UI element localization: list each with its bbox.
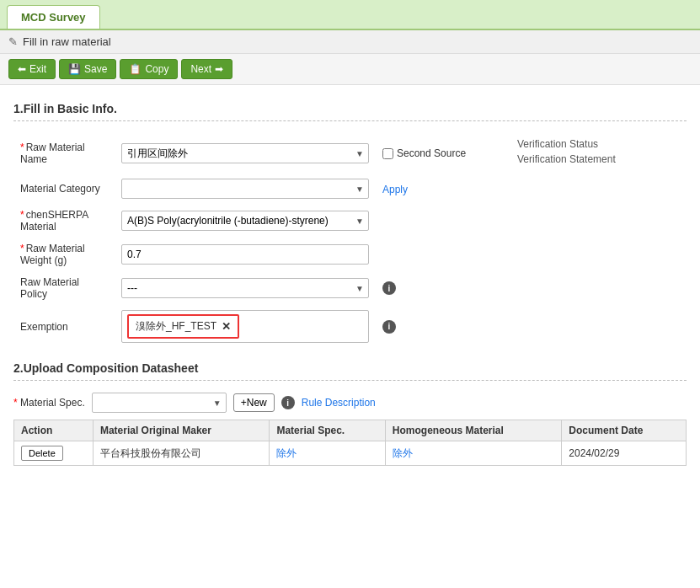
tab-bar: MCD Survey (0, 0, 700, 30)
exemption-tag: 溴除外_HF_TEST ✕ (127, 314, 239, 339)
second-source-row: Second Source (382, 147, 504, 159)
policy-info-cell: i (376, 271, 510, 305)
upload-section: 2.Upload Composition Datasheet * Materia… (13, 361, 687, 466)
breadcrumb-text: Fill in raw material (23, 35, 111, 48)
exemption-info-icon[interactable]: i (382, 320, 396, 334)
save-icon: 💾 (68, 63, 81, 75)
raw-material-name-cell: 引用区间除外 ▼ (115, 133, 376, 174)
composition-table: ActionMaterial Original MakerMaterial Sp… (13, 420, 687, 466)
second-source-checkbox[interactable] (382, 148, 393, 159)
main-content: 1.Fill in Basic Info. Raw Material Name … (0, 85, 700, 474)
section1-title: 1.Fill in Basic Info. (13, 102, 687, 121)
raw-material-policy-select[interactable]: --- (121, 278, 369, 298)
table-body: Delete平台科技股份有限公司除外除外2024/02/29 (14, 441, 687, 466)
rule-info-icon[interactable]: i (281, 396, 295, 409)
exemption-remove-button[interactable]: ✕ (222, 320, 231, 333)
material-spec-select-wrapper: ▼ (92, 393, 227, 413)
edit-icon: ✎ (8, 35, 18, 48)
raw-material-policy-select-wrapper: --- ▼ (121, 278, 369, 298)
chensherpa-row: chenSHERPA Material A(B)S Poly(acrylonit… (13, 204, 687, 238)
delete-button[interactable]: Delete (21, 446, 63, 461)
section2-title: 2.Upload Composition Datasheet (13, 361, 687, 381)
copy-button[interactable]: 📋 Copy (120, 59, 178, 79)
chensherpa-select-wrapper: A(B)S Poly(acrylonitrile (-butadiene)-st… (121, 211, 369, 231)
verification-cell: Verification Status Verification Stateme… (510, 133, 687, 174)
chensherpa-label: chenSHERPA Material (13, 204, 115, 238)
table-cell-0-0[interactable]: Delete (14, 441, 94, 466)
raw-material-name-label: Raw Material Name (13, 133, 115, 174)
raw-material-weight-input[interactable] (121, 244, 369, 265)
table-row: Delete平台科技股份有限公司除外除外2024/02/29 (14, 441, 687, 466)
exemption-container[interactable]: 溴除外_HF_TEST ✕ (121, 310, 369, 343)
raw-material-policy-cell: --- ▼ (115, 271, 376, 305)
table-cell-0-3: 除外 (385, 441, 562, 466)
material-category-row: Material Category ▼ Apply (13, 174, 687, 204)
material-spec-row: * Material Spec. ▼ +New i Rule Descripti… (13, 393, 687, 413)
rule-description-link[interactable]: Rule Description (302, 397, 376, 409)
table-cell-0-2: 除外 (270, 441, 385, 466)
apply-link[interactable]: Apply (382, 184, 408, 195)
next-icon: ➡ (215, 63, 223, 75)
col-header-4: Document Date (562, 420, 687, 441)
raw-material-name-row: Raw Material Name 引用区间除外 ▼ Second Source… (13, 133, 687, 174)
material-spec-select[interactable] (92, 393, 227, 413)
table-header: ActionMaterial Original MakerMaterial Sp… (14, 420, 687, 441)
raw-material-name-select-wrapper: 引用区间除外 ▼ (121, 143, 369, 163)
table-header-row: ActionMaterial Original MakerMaterial Sp… (14, 420, 687, 441)
col-header-1: Material Original Maker (93, 420, 270, 441)
raw-material-policy-row: Raw Material Policy --- ▼ i (13, 271, 687, 305)
table-cell-0-1: 平台科技股份有限公司 (93, 441, 270, 466)
col-header-0: Action (14, 420, 94, 441)
table-link-0-3[interactable]: 除外 (393, 447, 413, 459)
chensherpa-select[interactable]: A(B)S Poly(acrylonitrile (-butadiene)-st… (121, 211, 369, 231)
raw-material-weight-cell (115, 238, 376, 271)
verification-statement-label: Verification Statement (517, 153, 680, 165)
second-source-label: Second Source (397, 147, 466, 159)
second-source-cell: Second Source (376, 133, 510, 174)
raw-material-policy-label: Raw Material Policy (13, 271, 115, 305)
raw-material-weight-row: Raw Material Weight (g) (13, 238, 687, 271)
basic-info-form: Raw Material Name 引用区间除外 ▼ Second Source… (13, 133, 687, 348)
new-button[interactable]: +New (233, 393, 275, 412)
col-header-3: Homogeneous Material (385, 420, 562, 441)
table-link-0-2[interactable]: 除外 (276, 447, 297, 459)
tab-mcd-survey[interactable]: MCD Survey (7, 5, 100, 29)
verification-status-label: Verification Status (517, 138, 680, 150)
breadcrumb: ✎ Fill in raw material (0, 30, 700, 54)
chensherpa-cell: A(B)S Poly(acrylonitrile (-butadiene)-st… (115, 204, 376, 238)
col-header-2: Material Spec. (270, 420, 385, 441)
exemption-row: Exemption 溴除外_HF_TEST ✕ i (13, 305, 687, 348)
material-category-select-wrapper: ▼ (121, 179, 369, 199)
apply-cell: Apply (376, 174, 510, 204)
exemption-info-cell: i (376, 305, 510, 348)
raw-material-weight-label: Raw Material Weight (g) (13, 238, 115, 271)
material-category-label: Material Category (13, 174, 115, 204)
next-button[interactable]: Next ➡ (181, 59, 232, 79)
exemption-tag-text: 溴除外_HF_TEST (136, 319, 216, 334)
exit-button[interactable]: ⬅ Exit (8, 59, 56, 79)
policy-info-icon[interactable]: i (382, 281, 396, 295)
table-cell-0-4: 2024/02/29 (562, 441, 687, 466)
material-category-select[interactable] (121, 179, 369, 199)
toolbar: ⬅ Exit 💾 Save 📋 Copy Next ➡ (0, 54, 700, 85)
raw-material-name-select[interactable]: 引用区间除外 (121, 143, 369, 163)
exemption-label: Exemption (13, 305, 115, 348)
save-button[interactable]: 💾 Save (59, 59, 116, 79)
copy-icon: 📋 (129, 63, 142, 75)
exemption-cell: 溴除外_HF_TEST ✕ (115, 305, 376, 348)
exit-icon: ⬅ (18, 63, 26, 75)
material-category-cell: ▼ (115, 174, 376, 204)
material-spec-label: * Material Spec. (13, 397, 85, 409)
